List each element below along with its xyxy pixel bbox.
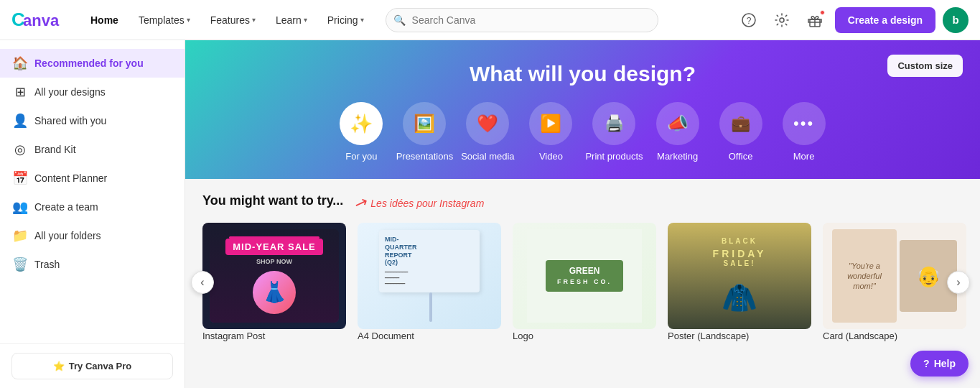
category-marketing[interactable]: 📣 Marketing — [649, 102, 706, 162]
svg-text:?: ? — [746, 16, 751, 26]
card-poster-landscape[interactable]: BLACK FRIDAY SALE! 🧥 Poster (Landscape) — [668, 223, 811, 342]
help-circle-button[interactable]: ? — [736, 7, 762, 33]
category-social-media[interactable]: ❤️ Social media — [459, 102, 516, 162]
nav-pricing[interactable]: Pricing ▾ — [320, 10, 371, 30]
logo-tag: GREENFRESH CO. — [546, 260, 623, 292]
card-logo[interactable]: GREENFRESH CO. Logo — [513, 223, 656, 342]
category-presentations[interactable]: 🖼️ Presentations — [396, 102, 453, 162]
card-instagram-label: Instagram Post — [202, 331, 265, 341]
category-marketing-circle: 📣 — [656, 102, 699, 145]
card-card-label: Card (Landscape) — [823, 331, 897, 341]
brand-icon: ◎ — [13, 142, 27, 157]
briefcase-icon: 💼 — [731, 114, 750, 133]
create-design-button[interactable]: Create a design — [835, 7, 935, 33]
category-presentations-circle: 🖼️ — [403, 102, 446, 145]
layout: 🏠 Recommended for you ⊞ All your designs… — [0, 40, 980, 388]
poster-preview: BLACK FRIDAY SALE! 🧥 — [668, 223, 811, 329]
card-logo-image: GREENFRESH CO. — [513, 223, 656, 329]
category-for-you[interactable]: ✨ For you — [332, 102, 390, 162]
poster-sale-label: BLACK — [722, 237, 757, 245]
gift-button[interactable] — [802, 7, 828, 33]
try-pro-button[interactable]: ⭐ Try Canva Pro — [11, 353, 173, 379]
a4-body: ━━━━━━━━━━━━━━━━━━━━ — [385, 269, 474, 287]
sidebar-item-all-designs[interactable]: ⊞ All your designs — [0, 78, 185, 106]
card-landscape-preview: "You're a wonderful mom!" 👴 — [823, 223, 966, 329]
sidebar-item-content[interactable]: 📅 Content Planner — [0, 164, 185, 193]
card-poster-label: Poster (Landscape) — [668, 331, 749, 341]
search-bar: 🔍 — [386, 8, 658, 32]
poster-sale2-label: SALE! — [724, 259, 756, 267]
sale-sub: SHOP NOW — [256, 258, 292, 265]
nav-actions: ? Create a design b — [736, 7, 969, 33]
sale-badge: MID-YEAR SALE — [225, 239, 323, 255]
svg-point-4 — [780, 18, 784, 22]
card-a4-document[interactable]: MID-QUARTERREPORT(Q2) ━━━━━━━━━━━━━━━━━━… — [358, 223, 501, 342]
section-title: You might want to try... — [202, 193, 343, 208]
topnav: C anva Home Templates ▾ Features ▾ Learn… — [0, 0, 980, 40]
search-input[interactable] — [386, 8, 658, 32]
instagram-preview: MID-YEAR SALE SHOP NOW 👗 — [210, 229, 339, 323]
sidebar-scroll: 🏠 Recommended for you ⊞ All your designs… — [0, 40, 185, 343]
category-social-media-circle: ❤️ — [466, 102, 509, 145]
help-icon: ? — [923, 358, 930, 369]
category-for-you-circle: ✨ — [340, 102, 383, 145]
annotation: ↗ Les idées pour Instagram — [355, 194, 484, 213]
category-print-products[interactable]: 🖨️ Print products — [585, 102, 643, 162]
sidebar-item-recommended[interactable]: 🏠 Recommended for you — [0, 49, 185, 78]
cards-container: ‹ MID-YEAR SALE SHOP NOW 👗 — [202, 223, 963, 342]
team-icon: 👥 — [13, 200, 27, 214]
sidebar-item-trash[interactable]: 🗑️ Trash — [0, 250, 185, 279]
nav-features[interactable]: Features ▾ — [203, 10, 263, 30]
card-a4-image: MID-QUARTERREPORT(Q2) ━━━━━━━━━━━━━━━━━━… — [358, 223, 501, 329]
help-button[interactable]: ? Help — [910, 351, 969, 377]
logo-design: GREENFRESH CO. — [546, 260, 623, 292]
a4-preview: MID-QUARTERREPORT(Q2) ━━━━━━━━━━━━━━━━━━… — [379, 230, 480, 292]
nav-learn[interactable]: Learn ▾ — [269, 10, 314, 30]
card-instagram-post[interactable]: MID-YEAR SALE SHOP NOW 👗 Instagram Post — [202, 223, 346, 342]
card-card-landscape[interactable]: "You're a wonderful mom!" 👴 Card (Landsc… — [823, 223, 966, 342]
sidebar-item-folders[interactable]: 📁 All your folders — [0, 221, 185, 250]
chevron-down-icon: ▾ — [187, 16, 190, 24]
settings-button[interactable] — [769, 7, 795, 33]
custom-size-button[interactable]: Custom size — [887, 55, 963, 77]
nav-templates[interactable]: Templates ▾ — [131, 10, 197, 30]
annotation-text: Les idées pour Instagram — [370, 198, 484, 209]
sidebar-item-brand[interactable]: ◎ Brand Kit — [0, 135, 185, 164]
sidebar-footer: ⭐ Try Canva Pro — [0, 343, 185, 388]
search-icon: 🔍 — [393, 14, 406, 26]
content-section: You might want to try... ↗ Les idées pou… — [185, 179, 980, 356]
category-video-circle: ▶️ — [529, 102, 572, 145]
sidebar-item-shared[interactable]: 👤 Shared with you — [0, 106, 185, 135]
carousel-prev-button[interactable]: ‹ — [191, 271, 214, 294]
main-content: Custom size What will you design? ✨ For … — [185, 40, 980, 388]
heart-icon: ❤️ — [477, 114, 498, 134]
hero-banner: Custom size What will you design? ✨ For … — [185, 40, 980, 179]
category-office-circle: 💼 — [719, 102, 762, 145]
megaphone-icon: 📣 — [667, 114, 689, 134]
shared-icon: 👤 — [13, 114, 27, 128]
card-poster-image: BLACK FRIDAY SALE! 🧥 — [668, 223, 811, 329]
poster-friday-label: FRIDAY — [713, 248, 767, 259]
star-icon: ⭐ — [53, 361, 65, 371]
category-print-circle: 🖨️ — [592, 102, 635, 145]
logo-preview: GREENFRESH CO. — [527, 229, 642, 323]
grid-icon: ⊞ — [13, 85, 27, 99]
category-more[interactable]: ••• More — [775, 102, 833, 162]
sparkle-icon: ✨ — [350, 113, 373, 135]
ruler-decoration — [429, 292, 432, 322]
presentation-icon: 🖼️ — [414, 114, 435, 134]
category-video[interactable]: ▶️ Video — [522, 102, 579, 162]
card-a4-label: A4 Document — [358, 331, 414, 341]
logo[interactable]: C anva — [11, 9, 69, 32]
carousel-next-button[interactable]: › — [947, 271, 970, 294]
sidebar-item-team[interactable]: 👥 Create a team — [0, 193, 185, 221]
nav-home[interactable]: Home — [83, 10, 126, 30]
category-office[interactable]: 💼 Office — [712, 102, 770, 162]
avatar[interactable]: b — [943, 7, 969, 33]
more-dots-icon: ••• — [793, 114, 814, 133]
video-icon: ▶️ — [540, 114, 561, 134]
folder-icon: 📁 — [13, 228, 27, 243]
arrow-icon: ↗ — [352, 192, 370, 214]
greeting-card-design: "You're a wonderful mom!" 👴 — [832, 229, 957, 323]
svg-text:anva: anva — [23, 11, 60, 29]
